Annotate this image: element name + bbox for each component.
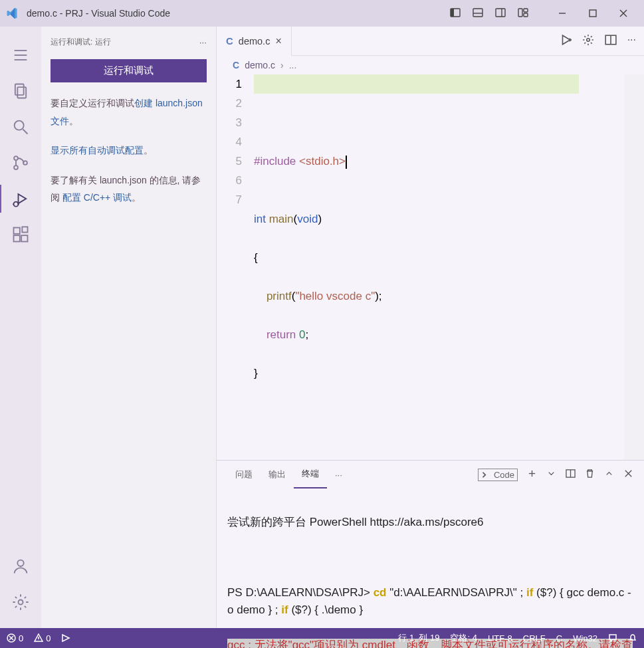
svg-line-19	[23, 130, 28, 134]
chevron-right-icon: ›	[280, 60, 284, 70]
window-controls	[547, 3, 639, 23]
explorer-icon[interactable]	[0, 73, 41, 109]
maximize-button[interactable]	[578, 3, 608, 23]
source-control-icon[interactable]	[0, 145, 41, 181]
status-feedback-icon[interactable]	[608, 633, 617, 643]
svg-marker-48	[62, 635, 69, 641]
split-terminal-icon[interactable]	[566, 469, 576, 481]
tab-terminal[interactable]: 终端	[294, 461, 327, 488]
panel-right-icon[interactable]	[495, 7, 506, 20]
svg-point-18	[15, 121, 24, 130]
svg-rect-8	[524, 13, 528, 17]
code-editor[interactable]: 1234567 #include <stdio.h> int main(void…	[217, 73, 644, 460]
sidebar-hint-2: 显示所有自动调试配置。	[51, 142, 209, 160]
svg-rect-27	[14, 228, 20, 234]
svg-point-21	[14, 165, 18, 169]
tab-problems[interactable]: 问题	[227, 461, 261, 488]
c-file-icon: C	[226, 35, 233, 47]
tab-label: demo.c	[239, 36, 270, 47]
breadcrumb[interactable]: C demo.c › ...	[217, 56, 644, 73]
bottom-panel: 问题 输出 终端 ··· Code 尝试新的跨平台 PowerShell htt…	[217, 460, 644, 648]
kill-terminal-icon[interactable]	[585, 469, 595, 481]
new-terminal-icon[interactable]	[527, 469, 537, 481]
settings-icon[interactable]	[582, 34, 594, 49]
run-and-debug-button[interactable]: 运行和调试	[51, 59, 207, 82]
panel-left-icon[interactable]	[450, 7, 461, 20]
minimize-button[interactable]	[547, 3, 578, 23]
account-icon[interactable]	[0, 548, 41, 584]
tab-close-icon[interactable]: ×	[275, 35, 281, 47]
run-file-icon[interactable]	[560, 34, 572, 49]
terminal-content[interactable]: 尝试新的跨平台 PowerShell https://aka.ms/pscore…	[217, 488, 644, 648]
svg-rect-6	[518, 9, 522, 17]
svg-rect-10	[590, 10, 596, 17]
panel-more-icon[interactable]: ···	[327, 461, 350, 488]
run-debug-sidebar: 运行和调试: 运行 ··· 运行和调试 要自定义运行和调试创建 launch.j…	[41, 27, 217, 628]
minimap[interactable]	[624, 74, 644, 460]
tab-more-icon[interactable]: ···	[627, 34, 636, 49]
status-errors[interactable]: 0	[7, 633, 23, 643]
tab-bar: C demo.c × ···	[217, 27, 644, 56]
svg-rect-17	[17, 87, 26, 98]
maximize-panel-icon[interactable]	[604, 469, 614, 481]
tab-demo-c[interactable]: C demo.c ×	[217, 27, 292, 56]
activity-bar	[0, 27, 41, 628]
menu-icon[interactable]	[0, 37, 41, 73]
vscode-logo-icon	[5, 7, 19, 20]
sidebar-hint-3: 要了解有关 launch.json 的信息, 请参阅 配置 C/C++ 调试。	[51, 171, 209, 207]
status-spaces[interactable]: 空格: 4	[450, 632, 477, 644]
status-warnings[interactable]: 0	[34, 633, 51, 643]
status-cursor-pos[interactable]: 行 1, 列 19	[398, 632, 439, 644]
svg-point-34	[586, 38, 590, 41]
svg-marker-33	[562, 35, 570, 45]
search-icon[interactable]	[0, 109, 41, 145]
svg-marker-23	[19, 194, 27, 203]
split-editor-icon[interactable]	[605, 34, 617, 49]
run-debug-icon[interactable]	[0, 181, 41, 217]
line-gutter: 1234567	[217, 74, 254, 460]
close-button[interactable]	[608, 3, 639, 23]
title-layout-icons	[450, 7, 534, 20]
svg-point-32	[19, 600, 23, 605]
sidebar-hint-1: 要自定义运行和调试创建 launch.json 文件。	[51, 94, 209, 130]
svg-rect-2	[473, 9, 483, 17]
status-encoding[interactable]: UTF-8	[488, 633, 512, 643]
svg-rect-7	[524, 9, 528, 12]
close-panel-icon[interactable]	[623, 469, 633, 481]
editor-group: C demo.c × ··· C demo.c › ... 1234567	[217, 27, 644, 628]
tab-output[interactable]: 输出	[261, 461, 294, 488]
current-line-highlight	[254, 74, 579, 94]
svg-rect-1	[451, 9, 454, 17]
svg-point-31	[17, 560, 23, 566]
status-target[interactable]: Win32	[573, 633, 597, 643]
svg-rect-29	[21, 235, 27, 241]
svg-point-20	[14, 156, 18, 160]
config-c-debug-link[interactable]: 配置 C/C++ 调试	[62, 192, 132, 203]
terminal-dropdown-icon[interactable]	[546, 469, 556, 481]
text-cursor	[346, 156, 347, 169]
status-language[interactable]: C	[556, 633, 562, 643]
sidebar-more-icon[interactable]: ···	[197, 35, 209, 50]
svg-rect-30	[22, 227, 27, 232]
layout-icon[interactable]	[518, 7, 528, 20]
svg-rect-28	[14, 235, 20, 241]
sidebar-title: 运行和调试: 运行	[51, 37, 111, 48]
svg-point-24	[14, 202, 19, 207]
status-bell-icon[interactable]	[628, 633, 637, 643]
c-file-icon: C	[233, 60, 239, 70]
show-auto-debug-link[interactable]: 显示所有自动调试配置	[51, 145, 144, 156]
titlebar: demo.c - PRJ - Visual Studio Code	[0, 0, 644, 27]
panel-bottom-icon[interactable]	[473, 7, 483, 20]
extensions-icon[interactable]	[0, 217, 41, 253]
terminal-profile-button[interactable]: Code	[478, 469, 518, 481]
status-debug-icon[interactable]	[61, 633, 70, 643]
settings-gear-icon[interactable]	[0, 584, 41, 620]
svg-rect-4	[496, 9, 505, 17]
status-eol[interactable]: CRLF	[523, 633, 546, 643]
window-title: demo.c - PRJ - Visual Studio Code	[27, 8, 170, 19]
svg-rect-16	[15, 84, 24, 95]
